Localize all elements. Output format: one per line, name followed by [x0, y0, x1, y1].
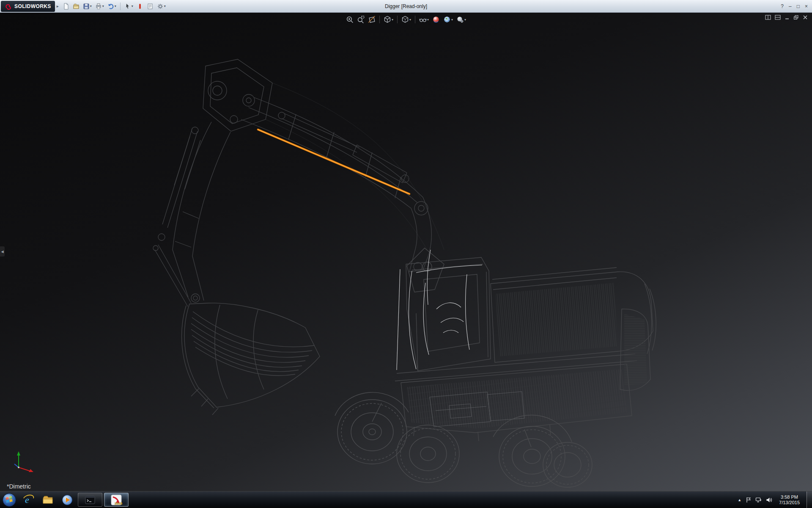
options-dropdown-caret[interactable]: ▾ — [164, 4, 166, 8]
hide-show-caret[interactable]: ▾ — [427, 18, 429, 22]
view-orientation-button[interactable]: ▾ — [382, 15, 395, 24]
command-prompt-icon — [85, 495, 95, 505]
menu-flyout-arrow[interactable]: ▸ — [57, 4, 59, 8]
hide-show-glasses-icon — [419, 16, 427, 23]
action-center-icon[interactable] — [746, 497, 751, 503]
toolbar-separator — [120, 3, 121, 10]
show-hidden-icons-button[interactable]: ▲ — [738, 498, 741, 502]
new-document-button[interactable] — [61, 1, 71, 11]
print-icon — [95, 3, 102, 10]
document-minimize-button[interactable] — [785, 15, 790, 20]
display-style-button[interactable]: ▾ — [400, 15, 412, 24]
maximize-button[interactable]: □ — [797, 3, 800, 9]
print-button[interactable]: ▾ — [94, 1, 105, 11]
edit-appearance-ball-icon — [432, 16, 440, 23]
apply-scene-button[interactable]: ▾ — [442, 15, 454, 24]
view-settings-caret[interactable]: ▾ — [464, 18, 466, 22]
volume-icon[interactable] — [766, 497, 772, 503]
display-style-cube-icon — [401, 16, 409, 23]
clock-time: 3:58 PM — [779, 494, 800, 500]
titlebar: SOLIDWORKS ▸ ▾ — [0, 0, 812, 13]
document-restore-button[interactable] — [793, 15, 799, 20]
view-orientation-caret[interactable]: ▾ — [392, 18, 393, 22]
windows-start-icon — [2, 493, 16, 507]
taskbar-command-prompt[interactable] — [78, 493, 102, 507]
view-settings-icon — [456, 16, 464, 23]
save-icon — [83, 3, 90, 10]
section-view-icon — [368, 16, 376, 23]
section-view-button[interactable] — [367, 15, 377, 24]
solidworks-logo-mark — [5, 3, 12, 10]
split-horizontal-button[interactable] — [765, 15, 771, 20]
clock-date: 7/13/2015 — [779, 500, 800, 505]
select-button[interactable]: ▾ — [123, 1, 134, 11]
view-orientation-label: *Dimetric — [7, 483, 31, 490]
close-button[interactable]: × — [805, 3, 808, 9]
view-orientation-cube-icon — [384, 16, 391, 23]
taskbar: e — [0, 491, 812, 508]
media-player-icon — [61, 494, 73, 506]
headsup-separator — [379, 16, 380, 23]
document-close-button[interactable] — [803, 15, 808, 20]
taskbar-clock[interactable]: 3:58 PM 7/13/2015 — [776, 494, 802, 505]
split-vertical-button[interactable] — [775, 15, 781, 20]
new-document-icon — [63, 3, 69, 10]
edit-appearance-button[interactable] — [431, 15, 441, 24]
zoom-to-area-icon — [357, 16, 365, 23]
file-properties-icon — [147, 3, 154, 10]
file-properties-button[interactable] — [145, 1, 155, 11]
stick-assembly[interactable] — [153, 122, 230, 306]
save-button[interactable]: ▾ — [82, 1, 93, 11]
undo-button[interactable]: ▾ — [106, 1, 118, 11]
display-style-caret[interactable]: ▾ — [409, 18, 411, 22]
upper-body[interactable] — [395, 248, 656, 441]
headsup-separator — [397, 16, 398, 23]
headsup-separator — [415, 16, 415, 23]
folder-icon — [42, 494, 54, 506]
help-button[interactable]: ? — [781, 3, 784, 9]
boom-assembly[interactable] — [203, 59, 431, 272]
print-dropdown-caret[interactable]: ▾ — [102, 4, 104, 8]
standard-toolbar: ▾ ▾ ▾ ▾ — [61, 1, 167, 11]
taskbar-media-player[interactable] — [58, 491, 77, 508]
open-button[interactable] — [71, 1, 81, 11]
hide-show-items-button[interactable]: ▾ — [418, 15, 430, 24]
apply-scene-caret[interactable]: ▾ — [451, 18, 453, 22]
show-desktop-button[interactable] — [807, 491, 812, 508]
boom-cables — [266, 83, 444, 250]
solidworks-version-badge: 2015 — [115, 502, 122, 505]
select-cursor-icon — [124, 3, 131, 10]
undo-dropdown-caret[interactable]: ▾ — [115, 4, 116, 8]
start-button[interactable] — [0, 491, 19, 508]
zoom-to-fit-button[interactable] — [345, 15, 355, 24]
save-dropdown-caret[interactable]: ▾ — [90, 4, 92, 8]
digger-wireframe-model[interactable] — [0, 13, 812, 491]
options-gear-icon — [157, 3, 164, 10]
internet-explorer-icon: e — [22, 494, 34, 506]
apply-scene-globe-icon — [443, 16, 451, 23]
options-button[interactable]: ▾ — [156, 1, 167, 11]
zoom-to-area-button[interactable] — [356, 15, 366, 24]
solidworks-window: SOLIDWORKS ▸ ▾ — [0, 0, 812, 508]
solidworks-logo[interactable]: SOLIDWORKS — [1, 1, 55, 12]
quick-tool-button[interactable] — [135, 1, 145, 11]
system-tray: ▲ 3:58 PM 7/13/2015 — [738, 491, 812, 508]
zoom-to-fit-icon — [346, 16, 354, 23]
logo-text: SOLIDWORKS — [14, 3, 51, 9]
open-folder-icon — [73, 3, 80, 10]
bucket[interactable] — [182, 303, 320, 415]
taskbar-internet-explorer[interactable]: e — [19, 491, 38, 508]
undo-icon — [107, 3, 114, 10]
orientation-triad — [9, 448, 36, 475]
network-icon[interactable] — [755, 497, 762, 503]
select-dropdown-caret[interactable]: ▾ — [132, 4, 133, 8]
graphics-viewport[interactable]: ▾ ▾ ▾ — [0, 13, 812, 491]
taskbar-file-explorer[interactable] — [38, 491, 58, 508]
document-window-controls — [765, 15, 808, 20]
minimize-button[interactable]: – — [789, 3, 792, 9]
heads-up-view-toolbar: ▾ ▾ ▾ — [345, 15, 467, 24]
panel-collapse-arrow[interactable]: ◀ — [0, 246, 5, 257]
view-settings-button[interactable]: ▾ — [455, 15, 467, 24]
taskbar-solidworks-2015[interactable]: 2015 — [104, 493, 129, 507]
quick-tool-icon — [137, 3, 143, 10]
